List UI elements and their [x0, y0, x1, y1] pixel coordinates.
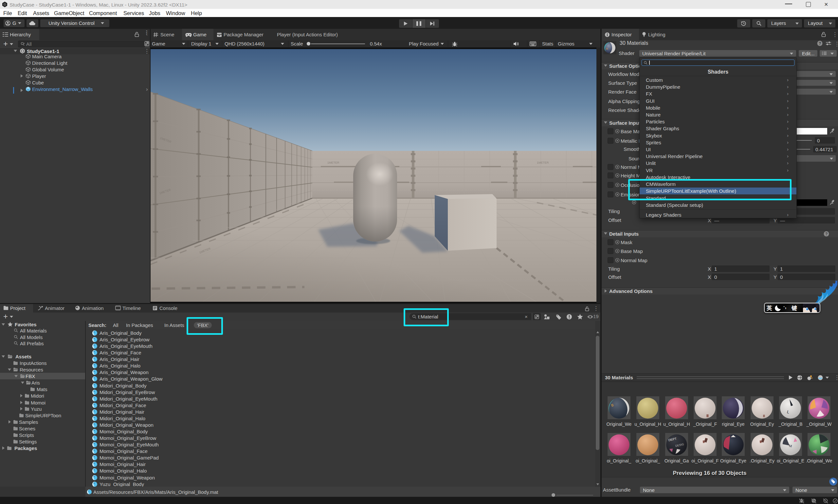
svg-text:A: A [606, 47, 608, 50]
svg-text:?: ? [819, 41, 821, 46]
svg-text:?: ? [825, 232, 827, 236]
svg-text:1METER: 1METER [327, 161, 339, 164]
svg-text:1METER: 1METER [537, 161, 549, 164]
